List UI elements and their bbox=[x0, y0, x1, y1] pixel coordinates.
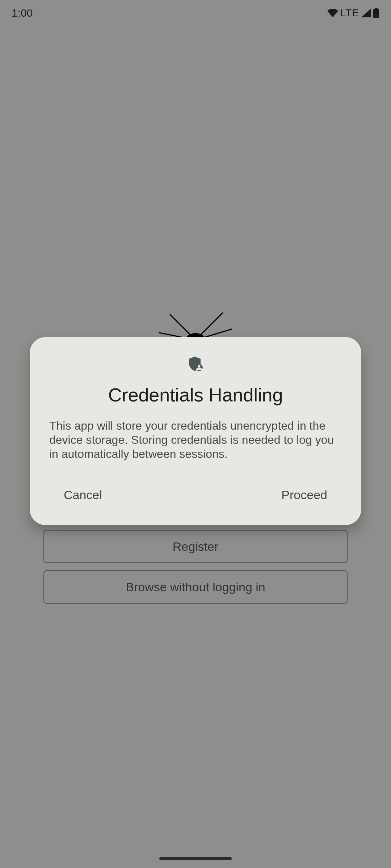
status-bar: 1:00 LTE bbox=[0, 0, 391, 26]
dialog-body-text: This app will store your credentials une… bbox=[49, 419, 342, 461]
credentials-dialog: Credentials Handling This app will store… bbox=[30, 337, 361, 525]
battery-icon bbox=[373, 8, 379, 18]
wifi-icon bbox=[327, 9, 338, 17]
shield-account-icon bbox=[187, 355, 204, 374]
cancel-button[interactable]: Cancel bbox=[53, 481, 113, 509]
network-label: LTE bbox=[340, 7, 359, 19]
cellular-icon bbox=[361, 9, 371, 17]
cancel-button-label: Cancel bbox=[64, 488, 102, 502]
svg-rect-6 bbox=[375, 8, 378, 9]
proceed-button-label: Proceed bbox=[281, 488, 327, 502]
svg-rect-5 bbox=[373, 9, 379, 18]
svg-point-8 bbox=[198, 365, 201, 367]
status-time: 1:00 bbox=[12, 7, 33, 19]
proceed-button[interactable]: Proceed bbox=[270, 481, 338, 509]
dialog-title: Credentials Handling bbox=[49, 384, 342, 406]
nav-gesture-handle[interactable] bbox=[159, 857, 232, 860]
